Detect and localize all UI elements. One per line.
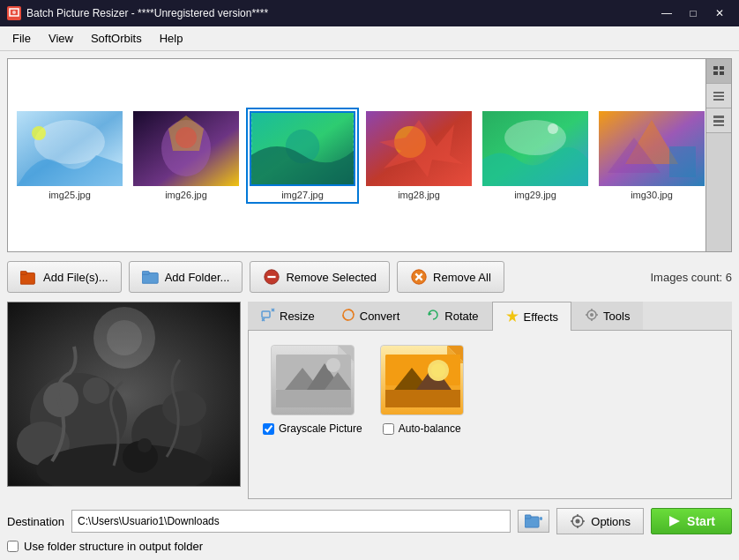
menu-softorbits[interactable]: SoftOrbits [82,28,151,49]
gallery-scroll[interactable]: img25.jpg img26.jpg [8,59,706,251]
svg-rect-85 [385,390,460,407]
svg-rect-23 [720,66,724,70]
svg-rect-33 [20,272,26,275]
grayscale-label: Grayscale Picture [279,422,362,435]
folder-structure-row: Use folder structure in output folder [7,540,732,553]
start-button[interactable]: Start [651,508,732,534]
gallery-label-0: img25.jpg [49,190,91,200]
svg-rect-76 [276,390,351,407]
gallery-item-0[interactable]: img25.jpg [17,111,123,200]
remove-selected-button[interactable]: Remove Selected [250,261,390,293]
minimize-button[interactable]: — [654,4,679,23]
destination-label: Destination [7,515,64,528]
add-files-label: Add File(s)... [43,271,108,284]
gallery-item-5[interactable]: img30.jpg [599,111,705,200]
start-icon [668,514,682,528]
svg-rect-28 [713,99,724,101]
start-label: Start [687,514,715,528]
window-controls: — □ ✕ [654,4,732,23]
gallery-item-4[interactable]: img29.jpg [482,111,588,200]
remove-all-button[interactable]: Remove All [397,261,504,293]
svg-point-48 [162,391,206,426]
svg-point-4 [32,126,46,140]
gallery-label-4: img29.jpg [514,190,556,200]
autobalance-label: Auto-balance [399,422,461,435]
remove-selected-icon [263,268,280,286]
svg-rect-27 [713,95,724,97]
window-title: Batch Picture Resizer - ****Unregistered… [26,7,268,19]
options-button[interactable]: Options [556,508,644,534]
options-label: Options [591,515,631,528]
tools-icon [585,308,599,325]
gallery-thumb-5 [599,111,705,186]
svg-marker-61 [506,310,519,322]
tab-panel: Resize Convert [248,302,732,499]
tab-convert-label: Convert [360,310,400,323]
svg-point-53 [107,320,142,355]
autobalance-checkbox[interactable] [383,423,394,435]
svg-marker-99 [669,516,680,526]
gallery-label-3: img28.jpg [398,190,440,200]
gallery-label-1: img26.jpg [165,190,207,200]
destination-input[interactable] [71,510,511,533]
svg-rect-97 [582,520,585,522]
gallery-item-1[interactable]: img26.jpg [133,111,239,200]
svg-rect-35 [142,272,149,275]
gallery-thumb-3 [366,111,472,186]
add-folder-button[interactable]: Add Folder... [129,261,243,293]
svg-rect-30 [713,120,724,123]
main-toolbar: Add File(s)... Add Folder... Remove Sele… [7,258,732,296]
tabs-header: Resize Convert [248,302,732,331]
add-files-icon [20,268,38,286]
gallery-thumb-0 [17,111,123,186]
tab-convert[interactable]: Convert [328,302,414,330]
grayscale-checkbox[interactable] [263,423,274,435]
svg-point-8 [175,127,197,148]
gear-icon [570,513,586,529]
folder-structure-checkbox[interactable] [7,541,19,552]
destination-browse-button[interactable] [518,510,549,533]
svg-rect-95 [577,526,579,528]
bottom-bar: Destination [7,504,732,553]
svg-point-77 [326,358,340,372]
add-files-button[interactable]: Add File(s)... [7,261,122,293]
menu-view[interactable]: View [40,28,82,49]
tab-effects[interactable]: Effects [492,302,572,331]
tab-effects-label: Effects [524,310,559,324]
tab-tools[interactable]: Tools [571,302,643,330]
svg-rect-31 [713,124,724,126]
svg-point-1 [12,11,16,14]
tab-rotate[interactable]: Rotate [413,302,491,330]
effect-grayscale-thumb [271,345,355,415]
remove-all-label: Remove All [433,271,491,284]
gallery-view-list[interactable] [706,84,731,108]
svg-rect-29 [713,116,724,118]
svg-rect-21 [669,146,696,177]
main-window: img25.jpg img26.jpg [0,51,739,560]
tab-resize[interactable]: Resize [248,302,328,330]
grayscale-label-row: Grayscale Picture [263,422,362,435]
remove-all-icon [410,268,428,286]
svg-rect-96 [571,520,573,522]
menu-file[interactable]: File [4,28,40,49]
gallery-thumb-1 [133,111,239,186]
effect-autobalance: Auto-balance [380,345,464,435]
autobalance-label-row: Auto-balance [383,422,461,435]
svg-rect-25 [720,71,724,75]
svg-marker-60 [429,312,432,316]
svg-rect-94 [577,514,579,517]
close-button[interactable]: ✕ [707,4,732,23]
gallery-view-large[interactable] [706,59,731,84]
gallery-item-2[interactable]: img27.jpg [250,111,355,200]
resize-icon [261,308,275,325]
add-folder-icon [142,268,160,286]
svg-point-63 [590,313,593,317]
app-icon [7,6,21,20]
gallery-item-3[interactable]: img28.jpg [366,111,472,200]
maximize-button[interactable]: □ [681,4,705,23]
menu-help[interactable]: Help [151,28,192,49]
folder-structure-label: Use folder structure in output folder [24,540,203,553]
images-count: Images count: 6 [651,271,733,284]
gallery-view-detail[interactable] [706,108,731,133]
svg-rect-22 [713,66,718,70]
